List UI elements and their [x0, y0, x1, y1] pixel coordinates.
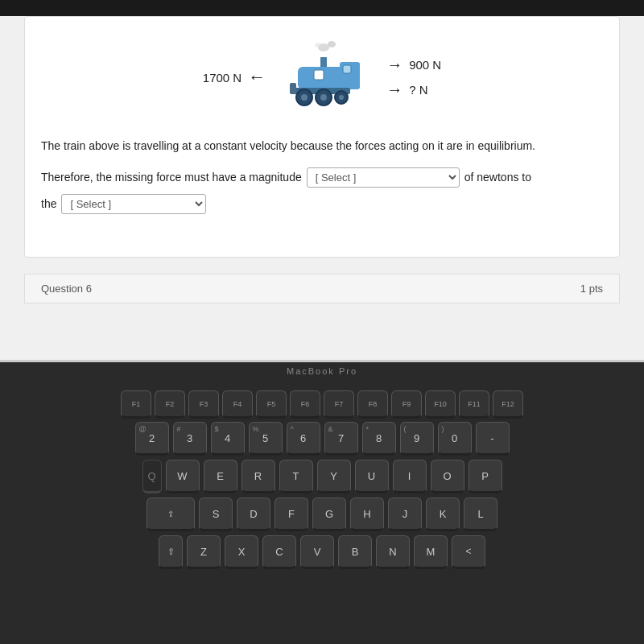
- key-i[interactable]: I: [393, 460, 427, 493]
- force-right-value-1: 900 N: [409, 58, 441, 72]
- force-right-row-2: → ? N: [386, 80, 441, 99]
- fn-row: F1 F2 F3 F4 F5 F6 F7 F8 F9 F10 F11 F12: [20, 390, 624, 419]
- key-f1[interactable]: F1: [121, 390, 151, 419]
- svg-point-14: [339, 95, 344, 100]
- direction-select[interactable]: [ Select ]: [61, 194, 206, 214]
- asdf-row: ⇪ S D F G H J K L: [20, 497, 624, 531]
- force-left: 1700 N ←: [203, 67, 266, 88]
- key-6[interactable]: ^ 6: [287, 422, 320, 456]
- key-f4[interactable]: F4: [222, 390, 253, 419]
- key-e[interactable]: E: [204, 460, 237, 493]
- svg-point-2: [315, 43, 321, 47]
- key-s[interactable]: S: [199, 497, 233, 531]
- screen: 1700 N ←: [0, 16, 644, 362]
- arrow-left-icon: ←: [248, 67, 266, 88]
- arrow-right-2-icon: →: [386, 80, 402, 99]
- key-g[interactable]: G: [312, 497, 346, 531]
- key-shift-left[interactable]: ⇧: [159, 535, 183, 569]
- key-minus[interactable]: -: [476, 422, 510, 456]
- svg-point-10: [301, 94, 308, 101]
- key-f[interactable]: F: [275, 497, 308, 531]
- svg-point-12: [320, 94, 327, 101]
- qwerty-row: Q W E R T Y U I O P: [20, 460, 624, 493]
- svg-rect-3: [320, 57, 327, 67]
- key-9[interactable]: ( 9: [400, 422, 434, 456]
- key-w[interactable]: W: [166, 460, 200, 493]
- magnitude-select[interactable]: [ Select ]: [307, 167, 460, 188]
- key-5[interactable]: % 5: [249, 422, 283, 456]
- prefix-text-1: Therefore, the missing force must have a…: [41, 167, 302, 188]
- number-row: @ 2 # 3 $ 4 % 5 ^ 6 & 7: [20, 422, 624, 456]
- keyboard: F1 F2 F3 F4 F5 F6 F7 F8 F9 F10 F11 F12 @…: [8, 382, 636, 581]
- key-m[interactable]: M: [414, 535, 448, 569]
- key-l[interactable]: L: [464, 497, 497, 531]
- force-right-row-1: → 900 N: [386, 56, 441, 74]
- next-question-points: 1 pts: [580, 283, 603, 295]
- key-2[interactable]: @ 2: [135, 422, 169, 456]
- key-f6[interactable]: F6: [290, 390, 320, 419]
- middle-text: of newtons to: [464, 167, 531, 188]
- train-image: [274, 41, 370, 114]
- key-x[interactable]: X: [225, 535, 258, 569]
- content-area: 1700 N ←: [24, 16, 620, 258]
- arrow-right-1-icon: →: [386, 56, 402, 74]
- key-t[interactable]: T: [279, 460, 313, 493]
- train-svg: [274, 41, 370, 114]
- key-less-than[interactable]: <: [452, 535, 485, 569]
- svg-point-1: [328, 41, 336, 47]
- key-8[interactable]: * 8: [362, 422, 396, 456]
- question-text: The train above is travelling at a const…: [41, 138, 603, 155]
- key-y[interactable]: Y: [317, 460, 351, 493]
- key-b[interactable]: B: [338, 535, 372, 569]
- key-3[interactable]: # 3: [173, 422, 207, 456]
- key-p[interactable]: P: [469, 460, 502, 493]
- key-f7[interactable]: F7: [324, 390, 354, 419]
- key-n[interactable]: N: [376, 535, 410, 569]
- key-u[interactable]: U: [355, 460, 389, 493]
- inline-form: Therefore, the missing force must have a…: [41, 167, 603, 214]
- prefix-text-2: the: [41, 194, 56, 214]
- svg-rect-7: [314, 70, 324, 80]
- next-question-label: Question 6: [41, 283, 92, 295]
- key-d[interactable]: D: [237, 497, 270, 531]
- laptop-bottom: MacBook Pro F1 F2 F3 F4 F5 F6 F7 F8 F9 F…: [0, 362, 644, 644]
- key-f8[interactable]: F8: [357, 390, 388, 419]
- key-caps[interactable]: ⇪: [147, 497, 195, 531]
- next-question-bar: Question 6 1 pts: [24, 274, 620, 303]
- key-f10[interactable]: F10: [425, 390, 456, 419]
- force-right: → 900 N → ? N: [386, 56, 441, 99]
- svg-rect-6: [343, 65, 351, 73]
- inline-row-2: the [ Select ]: [41, 194, 603, 214]
- key-f5[interactable]: F5: [256, 390, 287, 419]
- key-k[interactable]: K: [426, 497, 460, 531]
- svg-rect-15: [290, 83, 296, 94]
- key-v[interactable]: V: [300, 535, 334, 569]
- key-f11[interactable]: F11: [459, 390, 489, 419]
- key-r[interactable]: R: [242, 460, 275, 493]
- key-f3[interactable]: F3: [188, 390, 219, 419]
- key-j[interactable]: J: [388, 497, 422, 531]
- inline-row-1: Therefore, the missing force must have a…: [41, 167, 603, 188]
- key-f12[interactable]: F12: [493, 390, 523, 419]
- force-left-value: 1700 N: [203, 71, 242, 85]
- key-0[interactable]: ) 0: [438, 422, 472, 456]
- key-o[interactable]: O: [431, 460, 464, 493]
- zxcv-row: ⇧ Z X C V B N M <: [20, 535, 624, 569]
- key-4[interactable]: $ 4: [211, 422, 245, 456]
- force-right-value-2: ? N: [409, 83, 427, 97]
- key-z[interactable]: Z: [187, 535, 221, 569]
- key-f2[interactable]: F2: [155, 390, 185, 419]
- train-diagram: 1700 N ←: [41, 33, 603, 122]
- macbook-pro-label: MacBook Pro: [287, 366, 357, 376]
- key-7[interactable]: & 7: [324, 422, 358, 456]
- key-f9[interactable]: F9: [391, 390, 422, 419]
- key-h[interactable]: H: [350, 497, 384, 531]
- key-q-partial[interactable]: Q: [142, 460, 162, 493]
- key-c[interactable]: C: [262, 535, 296, 569]
